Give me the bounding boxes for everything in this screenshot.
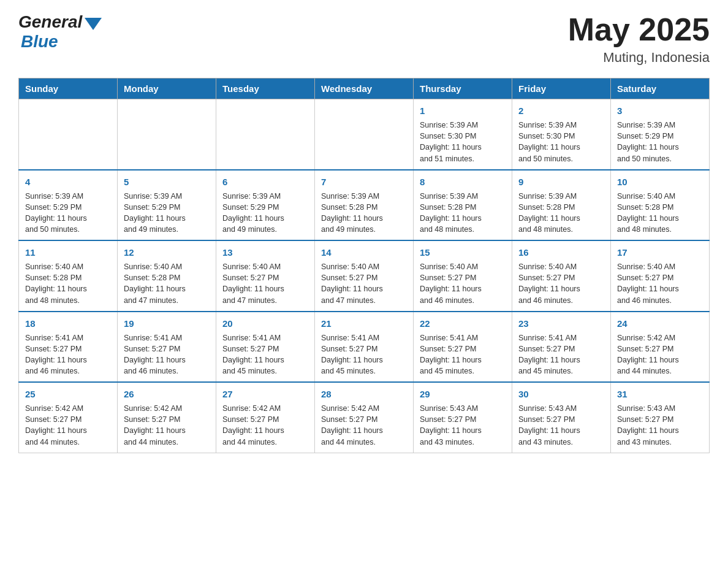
calendar-day-header: Saturday xyxy=(611,79,710,99)
day-number: 28 xyxy=(321,388,407,400)
day-info: Sunrise: 5:43 AMSunset: 5:27 PMDaylight:… xyxy=(420,403,506,448)
day-info: Sunrise: 5:40 AMSunset: 5:28 PMDaylight:… xyxy=(25,261,111,306)
day-info: Sunrise: 5:41 AMSunset: 5:27 PMDaylight:… xyxy=(124,332,210,377)
calendar-day-cell: 8Sunrise: 5:39 AMSunset: 5:28 PMDaylight… xyxy=(414,170,512,241)
day-info: Sunrise: 5:41 AMSunset: 5:27 PMDaylight:… xyxy=(25,332,111,377)
day-number: 26 xyxy=(124,388,210,400)
calendar-day-cell: 25Sunrise: 5:42 AMSunset: 5:27 PMDayligh… xyxy=(19,382,118,453)
day-number: 25 xyxy=(25,388,111,400)
calendar-day-cell: 1Sunrise: 5:39 AMSunset: 5:30 PMDaylight… xyxy=(414,99,512,170)
calendar-week-row: 4Sunrise: 5:39 AMSunset: 5:29 PMDaylight… xyxy=(19,170,710,241)
day-info: Sunrise: 5:40 AMSunset: 5:27 PMDaylight:… xyxy=(518,261,604,306)
day-info: Sunrise: 5:41 AMSunset: 5:27 PMDaylight:… xyxy=(321,332,407,377)
day-info: Sunrise: 5:43 AMSunset: 5:27 PMDaylight:… xyxy=(617,403,703,448)
calendar-day-cell: 13Sunrise: 5:40 AMSunset: 5:27 PMDayligh… xyxy=(216,240,315,312)
day-info: Sunrise: 5:39 AMSunset: 5:28 PMDaylight:… xyxy=(420,191,506,236)
day-number: 4 xyxy=(25,175,111,188)
day-number: 9 xyxy=(518,175,604,188)
calendar-day-cell: 5Sunrise: 5:39 AMSunset: 5:29 PMDaylight… xyxy=(118,170,216,241)
calendar-day-cell: 24Sunrise: 5:42 AMSunset: 5:27 PMDayligh… xyxy=(611,312,710,383)
calendar-week-row: 11Sunrise: 5:40 AMSunset: 5:28 PMDayligh… xyxy=(19,240,710,312)
day-info: Sunrise: 5:41 AMSunset: 5:27 PMDaylight:… xyxy=(222,332,308,377)
logo-triangle-icon xyxy=(85,18,102,30)
day-number: 3 xyxy=(617,104,703,117)
calendar-day-header: Monday xyxy=(118,79,216,99)
page-header: General Blue May 2025 Muting, Indonesia xyxy=(18,12,710,66)
calendar-day-cell: 7Sunrise: 5:39 AMSunset: 5:28 PMDaylight… xyxy=(315,170,414,241)
calendar-day-cell: 6Sunrise: 5:39 AMSunset: 5:29 PMDaylight… xyxy=(216,170,315,241)
day-number: 20 xyxy=(222,317,308,330)
calendar-day-cell xyxy=(118,99,216,170)
day-number: 23 xyxy=(518,317,604,330)
calendar-day-cell xyxy=(315,99,414,170)
calendar-day-cell: 14Sunrise: 5:40 AMSunset: 5:27 PMDayligh… xyxy=(315,240,414,312)
day-number: 18 xyxy=(25,317,111,330)
calendar-day-cell: 23Sunrise: 5:41 AMSunset: 5:27 PMDayligh… xyxy=(512,312,611,383)
calendar-day-cell: 21Sunrise: 5:41 AMSunset: 5:27 PMDayligh… xyxy=(315,312,414,383)
calendar-day-cell: 15Sunrise: 5:40 AMSunset: 5:27 PMDayligh… xyxy=(414,240,512,312)
calendar-day-cell: 4Sunrise: 5:39 AMSunset: 5:29 PMDaylight… xyxy=(19,170,118,241)
day-number: 27 xyxy=(222,388,308,400)
day-info: Sunrise: 5:40 AMSunset: 5:27 PMDaylight:… xyxy=(617,261,703,306)
calendar-day-cell: 29Sunrise: 5:43 AMSunset: 5:27 PMDayligh… xyxy=(414,382,512,453)
title-section: May 2025 Muting, Indonesia xyxy=(568,12,710,66)
calendar-day-cell: 3Sunrise: 5:39 AMSunset: 5:29 PMDaylight… xyxy=(611,99,710,170)
calendar-day-cell xyxy=(19,99,118,170)
day-number: 29 xyxy=(420,388,506,400)
day-number: 22 xyxy=(420,317,506,330)
calendar-week-row: 18Sunrise: 5:41 AMSunset: 5:27 PMDayligh… xyxy=(19,312,710,383)
calendar-day-header: Sunday xyxy=(19,79,118,99)
calendar-day-cell: 27Sunrise: 5:42 AMSunset: 5:27 PMDayligh… xyxy=(216,382,315,453)
day-info: Sunrise: 5:39 AMSunset: 5:29 PMDaylight:… xyxy=(25,191,111,236)
calendar-day-cell: 11Sunrise: 5:40 AMSunset: 5:28 PMDayligh… xyxy=(19,240,118,312)
calendar-day-cell: 12Sunrise: 5:40 AMSunset: 5:28 PMDayligh… xyxy=(118,240,216,312)
day-info: Sunrise: 5:39 AMSunset: 5:28 PMDaylight:… xyxy=(321,191,407,236)
day-info: Sunrise: 5:42 AMSunset: 5:27 PMDaylight:… xyxy=(321,403,407,448)
month-year-title: May 2025 xyxy=(568,12,710,47)
day-number: 15 xyxy=(420,246,506,259)
calendar-day-cell: 31Sunrise: 5:43 AMSunset: 5:27 PMDayligh… xyxy=(611,382,710,453)
logo: General Blue xyxy=(18,12,102,52)
day-info: Sunrise: 5:40 AMSunset: 5:27 PMDaylight:… xyxy=(321,261,407,306)
day-number: 10 xyxy=(617,175,703,188)
day-info: Sunrise: 5:43 AMSunset: 5:27 PMDaylight:… xyxy=(518,403,604,448)
calendar-day-cell: 28Sunrise: 5:42 AMSunset: 5:27 PMDayligh… xyxy=(315,382,414,453)
day-number: 2 xyxy=(518,104,604,117)
day-number: 1 xyxy=(420,104,506,117)
day-number: 11 xyxy=(25,246,111,259)
calendar-day-header: Tuesday xyxy=(216,79,315,99)
calendar-day-cell: 22Sunrise: 5:41 AMSunset: 5:27 PMDayligh… xyxy=(414,312,512,383)
day-info: Sunrise: 5:39 AMSunset: 5:28 PMDaylight:… xyxy=(518,191,604,236)
day-number: 19 xyxy=(124,317,210,330)
calendar-header-row: SundayMondayTuesdayWednesdayThursdayFrid… xyxy=(19,79,710,99)
logo-general-text: General xyxy=(18,12,82,32)
calendar-day-header: Thursday xyxy=(414,79,512,99)
calendar-table: SundayMondayTuesdayWednesdayThursdayFrid… xyxy=(18,78,710,453)
day-info: Sunrise: 5:40 AMSunset: 5:28 PMDaylight:… xyxy=(124,261,210,306)
day-info: Sunrise: 5:39 AMSunset: 5:29 PMDaylight:… xyxy=(617,120,703,164)
day-number: 8 xyxy=(420,175,506,188)
day-info: Sunrise: 5:39 AMSunset: 5:30 PMDaylight:… xyxy=(518,120,604,164)
day-number: 16 xyxy=(518,246,604,259)
day-info: Sunrise: 5:42 AMSunset: 5:27 PMDaylight:… xyxy=(124,403,210,448)
day-number: 21 xyxy=(321,317,407,330)
calendar-day-cell: 2Sunrise: 5:39 AMSunset: 5:30 PMDaylight… xyxy=(512,99,611,170)
calendar-day-cell: 17Sunrise: 5:40 AMSunset: 5:27 PMDayligh… xyxy=(611,240,710,312)
day-info: Sunrise: 5:41 AMSunset: 5:27 PMDaylight:… xyxy=(420,332,506,377)
day-number: 30 xyxy=(518,388,604,400)
day-number: 5 xyxy=(124,175,210,188)
day-info: Sunrise: 5:42 AMSunset: 5:27 PMDaylight:… xyxy=(222,403,308,448)
day-info: Sunrise: 5:40 AMSunset: 5:27 PMDaylight:… xyxy=(420,261,506,306)
calendar-day-cell: 18Sunrise: 5:41 AMSunset: 5:27 PMDayligh… xyxy=(19,312,118,383)
calendar-day-cell: 19Sunrise: 5:41 AMSunset: 5:27 PMDayligh… xyxy=(118,312,216,383)
day-number: 24 xyxy=(617,317,703,330)
day-info: Sunrise: 5:41 AMSunset: 5:27 PMDaylight:… xyxy=(518,332,604,377)
calendar-day-cell: 9Sunrise: 5:39 AMSunset: 5:28 PMDaylight… xyxy=(512,170,611,241)
day-info: Sunrise: 5:40 AMSunset: 5:27 PMDaylight:… xyxy=(222,261,308,306)
calendar-day-cell: 30Sunrise: 5:43 AMSunset: 5:27 PMDayligh… xyxy=(512,382,611,453)
day-number: 12 xyxy=(124,246,210,259)
day-info: Sunrise: 5:39 AMSunset: 5:29 PMDaylight:… xyxy=(222,191,308,236)
day-number: 14 xyxy=(321,246,407,259)
calendar-week-row: 1Sunrise: 5:39 AMSunset: 5:30 PMDaylight… xyxy=(19,99,710,170)
day-number: 31 xyxy=(617,388,703,400)
